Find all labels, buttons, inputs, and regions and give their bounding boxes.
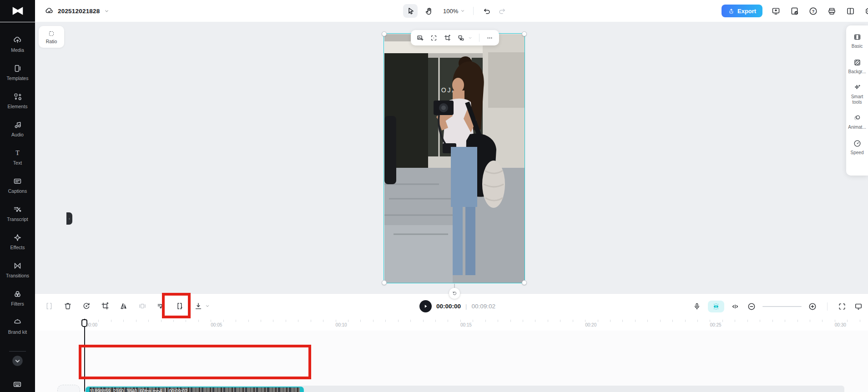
redo-button[interactable] [496, 5, 507, 16]
panel-item-background[interactable]: Backgr... [847, 58, 868, 75]
project-menu[interactable]: 202512021828 [45, 0, 110, 22]
panel-item-label: Speed [851, 150, 864, 156]
clip-trim-handle-left[interactable] [86, 387, 90, 392]
timeline-zoom-out-button[interactable] [746, 301, 757, 312]
download-button[interactable] [193, 301, 204, 312]
download-icon [194, 302, 203, 311]
ratio-button[interactable]: Ratio [39, 26, 64, 48]
basic-icon [853, 33, 862, 41]
app-logo[interactable] [0, 0, 35, 22]
playhead-head[interactable] [81, 319, 87, 327]
mirror-button[interactable] [118, 301, 129, 312]
keyframe-button[interactable] [730, 301, 741, 312]
fit-canvas-icon[interactable] [430, 34, 438, 42]
panels-button[interactable] [845, 5, 856, 16]
sidebar-item-transitions[interactable]: Transitions [1, 261, 34, 278]
fit-timeline-button[interactable] [837, 301, 848, 312]
sidebar-item-transcript[interactable]: Transcript [1, 205, 34, 222]
panel-item-animation[interactable]: Animat... [847, 114, 868, 130]
select-tool-button[interactable] [403, 4, 418, 18]
microphone-icon [692, 302, 701, 311]
ruler-label: 00:00 [86, 322, 97, 327]
sidebar-item-audio[interactable]: Audio [1, 120, 34, 137]
canvas-tools: 100% [403, 0, 507, 22]
animation-icon [853, 114, 862, 122]
timeline-zoom-slider[interactable] [762, 306, 802, 307]
add-media-icon[interactable] [416, 34, 424, 42]
delete-button[interactable] [62, 301, 73, 312]
video-clip[interactable]: 11898859_2160_3840_60fps.mp4 00:09:02 [86, 387, 304, 392]
canvas-zoom-dropdown[interactable]: 100% [443, 8, 465, 15]
play-button[interactable] [419, 300, 432, 312]
smart-edit-button[interactable] [156, 301, 167, 312]
sidebar-item-brand-kit[interactable]: Brand kit [1, 317, 34, 335]
selection-handle-bottom-left[interactable] [382, 280, 387, 285]
cloud-sync-icon [45, 6, 54, 16]
sidebar-item-label: Filters [11, 301, 24, 307]
more-options-icon[interactable] [486, 34, 494, 42]
queue-button[interactable] [826, 5, 837, 16]
sidebar-item-filters[interactable]: Filters [1, 289, 34, 307]
sidebar-item-captions[interactable]: Captions [1, 176, 34, 194]
sidebar-item-templates[interactable]: Templates [1, 64, 34, 81]
undo-button[interactable] [481, 5, 492, 16]
export-icon [728, 8, 735, 15]
timeline-ruler[interactable]: 00:0000:0500:1000:1500:2000:2500:30 [35, 319, 868, 331]
chevron-down-icon[interactable] [468, 35, 473, 40]
sidebar-collapse-button[interactable] [11, 355, 24, 367]
timeline-tracks: 11898859_2160_3840_60fps.mp4 00:09:02 [35, 331, 868, 392]
export-button[interactable]: Export [722, 5, 762, 17]
selection-handle-bottom-right[interactable] [522, 280, 527, 285]
timeline-zoom-in-button[interactable] [807, 301, 818, 312]
rotate-handle[interactable] [449, 288, 460, 299]
clip-trim-handle-right[interactable] [300, 387, 303, 392]
selection-handle-top-right[interactable] [522, 31, 527, 36]
sidebar-item-label: Effects [10, 245, 25, 250]
sidebar-item-effects[interactable]: Effects [1, 233, 34, 250]
smart-tools-toggle[interactable] [708, 301, 724, 312]
screen-share-button[interactable] [770, 5, 781, 16]
preview-mode-button[interactable] [853, 301, 864, 312]
svg-text:T: T [15, 150, 20, 156]
cursor-icon [406, 6, 415, 16]
help-button[interactable]: ? [807, 5, 818, 16]
edit-cover-button[interactable] [57, 385, 80, 392]
divider [479, 34, 479, 42]
video-preview-frame[interactable]: OJAI·O [384, 34, 525, 283]
replace-icon[interactable] [457, 34, 465, 42]
voiceover-button[interactable] [691, 301, 702, 312]
crop-icon [101, 302, 110, 311]
selection-handle-top-left[interactable] [382, 31, 387, 36]
panel-collapse-tab[interactable]: ‹ [66, 212, 72, 225]
panel-item-smart-tools[interactable]: Smart tools [847, 83, 868, 105]
trash-icon [63, 302, 72, 311]
ruler-label: 00:25 [710, 322, 722, 327]
settings-button[interactable] [863, 5, 868, 16]
sidebar-item-label: Media [11, 47, 24, 53]
playhead-line[interactable] [84, 319, 85, 392]
transcript-icon [13, 205, 22, 214]
chevron-circle-icon [11, 355, 24, 367]
timeline-toolbar-left [44, 301, 204, 312]
sidebar-item-elements[interactable]: Elements [1, 92, 34, 109]
smart-split-button[interactable] [174, 301, 185, 312]
zoom-out-icon [747, 302, 756, 311]
sidebar-item-media[interactable]: Media [1, 35, 34, 53]
export-label: Export [737, 8, 756, 15]
crop-icon[interactable] [444, 34, 451, 42]
rotate-button[interactable] [81, 301, 92, 312]
sidebar-item-text[interactable]: TText [1, 148, 34, 166]
ruler-label: 00:30 [835, 322, 846, 327]
current-time: 00:00:00 [436, 303, 461, 310]
sidebar-item-label: Audio [11, 132, 24, 137]
device-check-button[interactable] [789, 5, 800, 16]
sidebar-item-label: Transitions [6, 273, 29, 278]
panel-item-speed[interactable]: Speed [847, 139, 868, 156]
audio-icon [13, 120, 22, 130]
hand-tool-button[interactable] [422, 4, 436, 18]
keyboard-shortcuts-button[interactable] [12, 379, 22, 389]
keyframe-icon [731, 302, 740, 311]
crop-button[interactable] [100, 301, 111, 312]
panel-item-basic[interactable]: Basic [847, 33, 868, 49]
chevron-down-icon[interactable] [205, 303, 210, 309]
